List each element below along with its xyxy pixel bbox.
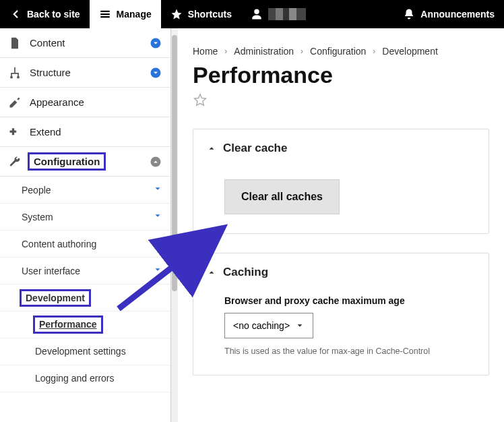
sidebar-label: Content bbox=[30, 37, 141, 49]
panel-caching: Caching Browser and proxy cache maximum … bbox=[193, 253, 489, 375]
user-name-redacted bbox=[268, 8, 306, 20]
admin-toolbar: Back to site Manage Shortcuts Announceme… bbox=[0, 0, 504, 28]
panel-toggle-clear-cache[interactable]: Clear cache bbox=[207, 142, 475, 155]
select-value: <no caching> bbox=[233, 320, 290, 331]
back-to-site-label: Back to site bbox=[27, 9, 80, 20]
sidebar-label: Performance bbox=[35, 318, 101, 332]
sidebar-label: Content authoring bbox=[22, 239, 153, 249]
caret-down-icon bbox=[153, 265, 162, 276]
back-to-site-button[interactable]: Back to site bbox=[0, 0, 90, 28]
announcements-label: Announcements bbox=[420, 9, 495, 20]
cache-max-age-help: This is used as the value for max-age in… bbox=[224, 346, 475, 356]
sidebar-label: Structure bbox=[30, 67, 141, 78]
caret-down-icon bbox=[153, 238, 162, 249]
chevron-up-icon bbox=[207, 268, 216, 277]
clear-all-caches-button[interactable]: Clear all caches bbox=[224, 179, 340, 214]
breadcrumb-home[interactable]: Home bbox=[193, 46, 218, 57]
panel-clear-cache: Clear cache Clear all caches bbox=[193, 129, 489, 234]
sidebar-item-content[interactable]: Content bbox=[0, 28, 170, 58]
sidebar-item-logging[interactable]: Logging and errors bbox=[0, 365, 170, 392]
panel-title: Caching bbox=[223, 266, 268, 279]
user-menu-button[interactable] bbox=[241, 0, 315, 28]
breadcrumb-development[interactable]: Development bbox=[382, 46, 438, 57]
chevron-right-icon: › bbox=[224, 47, 227, 56]
wrench-icon bbox=[8, 155, 22, 169]
sidebar-label: Appearance bbox=[30, 96, 162, 108]
chevron-down-icon bbox=[295, 321, 305, 330]
caret-down-icon bbox=[153, 184, 162, 195]
sidebar-item-content-authoring[interactable]: Content authoring bbox=[0, 231, 170, 258]
sidebar-label: Development settings bbox=[35, 346, 126, 357]
toolbar-spacer bbox=[315, 0, 393, 28]
sidebar-label: Development bbox=[22, 291, 162, 305]
cache-max-age-label: Browser and proxy cache maximum age bbox=[224, 295, 475, 306]
sidebar-item-configuration[interactable]: Configuration bbox=[0, 147, 170, 177]
announcements-button[interactable]: Announcements bbox=[393, 0, 504, 28]
sidebar-label: Extend bbox=[30, 126, 162, 138]
breadcrumb-configuration[interactable]: Configuration bbox=[310, 46, 366, 57]
paint-icon bbox=[8, 96, 22, 109]
manage-label: Manage bbox=[117, 9, 152, 20]
scrollbar-thumb[interactable] bbox=[172, 35, 177, 291]
panel-toggle-caching[interactable]: Caching bbox=[207, 266, 475, 279]
sidebar-item-structure[interactable]: Structure bbox=[0, 58, 170, 88]
chevron-right-icon: › bbox=[301, 47, 303, 56]
admin-sidebar: Content Structure Appearance Extend Conf… bbox=[0, 28, 171, 422]
sidebar-label: Configuration bbox=[30, 154, 141, 169]
caret-down-icon bbox=[153, 211, 162, 222]
main-content: Home › Administration › Configuration › … bbox=[178, 28, 504, 422]
file-icon bbox=[8, 36, 22, 50]
sidebar-label: Logging and errors bbox=[35, 373, 115, 384]
shortcuts-button[interactable]: Shortcuts bbox=[161, 0, 241, 28]
user-icon bbox=[251, 8, 263, 20]
puzzle-icon bbox=[8, 125, 22, 139]
chevron-up-icon bbox=[207, 144, 216, 153]
hierarchy-icon bbox=[8, 66, 22, 80]
bell-icon bbox=[403, 8, 415, 20]
sidebar-item-development[interactable]: Development bbox=[0, 284, 170, 311]
sidebar-item-appearance[interactable]: Appearance bbox=[0, 88, 170, 117]
body-row: Content Structure Appearance Extend Conf… bbox=[0, 28, 504, 422]
sidebar-label: System bbox=[22, 212, 153, 222]
panel-title: Clear cache bbox=[223, 142, 287, 155]
cache-max-age-select[interactable]: <no caching> bbox=[224, 313, 313, 338]
breadcrumb: Home › Administration › Configuration › … bbox=[193, 46, 489, 57]
favorite-star-button[interactable] bbox=[193, 92, 489, 110]
star-icon bbox=[170, 8, 183, 20]
chevron-right-icon: › bbox=[373, 47, 375, 56]
sidebar-item-system[interactable]: System bbox=[0, 204, 170, 231]
sidebar-label: User interface bbox=[22, 266, 153, 276]
sidebar-scrollbar[interactable] bbox=[171, 28, 178, 422]
chevron-down-icon bbox=[149, 36, 162, 50]
chevron-down-icon bbox=[149, 66, 162, 80]
hamburger-icon bbox=[99, 8, 111, 20]
page-title: Performance bbox=[193, 62, 489, 88]
sidebar-label: People bbox=[22, 185, 153, 195]
sidebar-item-dev-settings[interactable]: Development settings bbox=[0, 338, 170, 365]
breadcrumb-administration[interactable]: Administration bbox=[234, 46, 294, 57]
manage-button[interactable]: Manage bbox=[90, 0, 161, 28]
shortcuts-label: Shortcuts bbox=[188, 9, 232, 20]
arrow-left-icon bbox=[9, 8, 22, 20]
sidebar-item-performance[interactable]: Performance bbox=[0, 311, 170, 338]
sidebar-item-user-interface[interactable]: User interface bbox=[0, 258, 170, 284]
sidebar-item-people[interactable]: People bbox=[0, 177, 170, 204]
chevron-up-icon bbox=[149, 155, 162, 169]
sidebar-item-extend[interactable]: Extend bbox=[0, 117, 170, 147]
